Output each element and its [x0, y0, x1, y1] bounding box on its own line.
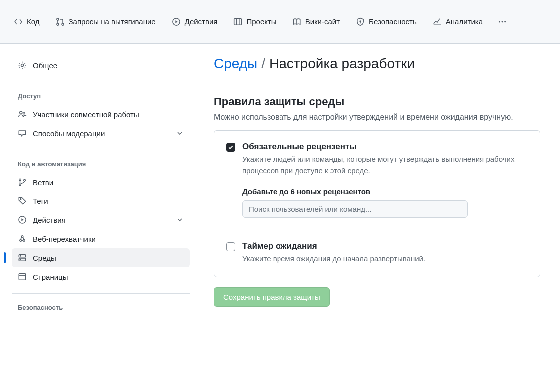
svg-point-9: [21, 64, 24, 67]
add-reviewers-label: Добавьте до 6 новых рецензентов: [242, 187, 528, 196]
svg-rect-4: [234, 18, 242, 24]
sidebar-item-label: Веб-перехватчики: [33, 235, 96, 243]
svg-point-10: [20, 111, 22, 114]
chevron-down-icon: [176, 216, 184, 224]
tab-projects[interactable]: Проекты: [227, 13, 282, 30]
protection-panel: Обязательные рецензенты Укажите людей ил…: [214, 130, 540, 277]
tab-code[interactable]: Код: [8, 13, 46, 30]
tab-pull-requests-label: Запросы на вытягивание: [69, 17, 156, 26]
kebab-icon: [498, 17, 507, 26]
svg-point-0: [56, 18, 58, 20]
comment-icon: [18, 129, 27, 138]
svg-point-1: [56, 23, 58, 25]
play-circle-icon: [18, 215, 27, 224]
required-reviewers-desc: Укажите людей или команды, которые могут…: [242, 154, 528, 176]
tab-insights[interactable]: Аналитика: [427, 13, 489, 30]
svg-point-6: [499, 21, 500, 22]
sidebar-item-webhooks[interactable]: Веб-перехватчики: [12, 229, 190, 248]
git-pull-request-icon: [56, 17, 65, 26]
breadcrumb-sep: /: [261, 56, 265, 72]
repo-tab-nav: Код Запросы на вытягивание Действия Прое…: [0, 0, 560, 44]
svg-point-13: [19, 184, 21, 186]
settings-sidebar: Общее Доступ Участники совместной работы…: [0, 44, 198, 328]
sidebar-item-label: Страницы: [33, 273, 68, 281]
sidebar-item-branches[interactable]: Ветви: [12, 173, 190, 192]
tab-code-label: Код: [27, 17, 40, 26]
tab-insights-label: Аналитика: [446, 17, 483, 26]
wait-timer-desc: Укажите время ожидания до начала разверт…: [242, 253, 528, 265]
git-branch-icon: [18, 178, 27, 187]
sidebar-group-access: Доступ: [12, 88, 190, 105]
sidebar-item-label: Участники совместной работы: [33, 110, 139, 119]
sidebar-group-code: Код и автоматизация: [12, 156, 190, 173]
project-icon: [233, 17, 242, 26]
required-reviewers-block: Обязательные рецензенты Укажите людей ил…: [214, 131, 540, 230]
svg-point-14: [24, 179, 26, 181]
sidebar-item-label: Способы модерации: [33, 129, 105, 138]
divider: [12, 150, 190, 150]
protection-rules-desc: Можно использовать для настройки утвержд…: [214, 111, 540, 123]
tab-pull-requests[interactable]: Запросы на вытягивание: [50, 13, 162, 30]
sidebar-group-security: Безопасность: [12, 300, 190, 316]
main-content: Среды / Настройка разработки Правила защ…: [198, 44, 560, 328]
svg-point-12: [19, 179, 21, 181]
book-icon: [292, 17, 301, 26]
server-icon: [18, 253, 27, 262]
sidebar-item-label: Среды: [33, 254, 56, 262]
protection-rules-title: Правила защиты среды: [214, 95, 540, 108]
tab-actions[interactable]: Действия: [166, 13, 224, 30]
tag-icon: [18, 196, 27, 205]
page-heading: Среды / Настройка разработки: [214, 56, 540, 79]
breadcrumb-environments[interactable]: Среды: [214, 56, 257, 72]
sidebar-item-general[interactable]: Общее: [12, 56, 190, 75]
tab-actions-label: Действия: [185, 17, 218, 26]
play-circle-icon: [172, 17, 181, 26]
required-reviewers-title: Обязательные рецензенты: [242, 142, 528, 152]
tab-more[interactable]: [493, 13, 512, 30]
tab-security[interactable]: Безопасность: [350, 13, 423, 30]
tab-wiki[interactable]: Вики-сайт: [286, 13, 346, 30]
people-icon: [18, 110, 27, 119]
svg-point-11: [23, 112, 25, 114]
tab-security-label: Безопасность: [369, 17, 417, 26]
wait-timer-title: Таймер ожидания: [242, 241, 528, 251]
gear-icon: [18, 61, 27, 70]
svg-point-18: [23, 240, 25, 242]
svg-point-7: [502, 21, 503, 22]
svg-point-15: [20, 199, 21, 200]
sidebar-item-label: Ветви: [33, 178, 53, 187]
divider: [12, 293, 190, 294]
svg-point-5: [360, 20, 361, 21]
wait-timer-block: Таймер ожидания Укажите время ожидания д…: [214, 230, 540, 277]
sidebar-item-label: Общее: [33, 61, 57, 70]
svg-point-19: [21, 236, 23, 238]
reviewers-search-input[interactable]: [242, 200, 468, 218]
sidebar-item-moderation[interactable]: Способы модерации: [12, 124, 190, 143]
save-protection-rules-button[interactable]: Сохранить правила защиты: [214, 287, 330, 307]
breadcrumb-current: Настройка разработки: [269, 56, 415, 72]
chevron-down-icon: [176, 129, 184, 137]
sidebar-item-pages[interactable]: Страницы: [12, 267, 190, 286]
sidebar-item-tags[interactable]: Теги: [12, 192, 190, 210]
webhook-icon: [18, 234, 27, 243]
svg-point-8: [504, 21, 506, 22]
sidebar-item-label: Действия: [33, 216, 66, 224]
sidebar-item-label: Теги: [33, 197, 48, 205]
tab-wiki-label: Вики-сайт: [305, 17, 340, 26]
tab-projects-label: Проекты: [246, 17, 276, 26]
svg-point-17: [20, 240, 22, 242]
graph-icon: [433, 17, 442, 26]
required-reviewers-checkbox[interactable]: [226, 143, 235, 152]
code-icon: [14, 17, 23, 26]
divider: [12, 82, 190, 82]
wait-timer-checkbox[interactable]: [226, 242, 235, 251]
browser-icon: [18, 272, 27, 281]
svg-rect-24: [19, 274, 26, 280]
svg-point-2: [62, 23, 64, 25]
sidebar-item-environments[interactable]: Среды: [12, 248, 190, 267]
sidebar-item-actions[interactable]: Действия: [12, 210, 190, 229]
svg-point-22: [20, 256, 21, 257]
sidebar-item-collaborators[interactable]: Участники совместной работы: [12, 105, 190, 124]
shield-icon: [356, 17, 365, 26]
svg-point-23: [20, 259, 21, 260]
